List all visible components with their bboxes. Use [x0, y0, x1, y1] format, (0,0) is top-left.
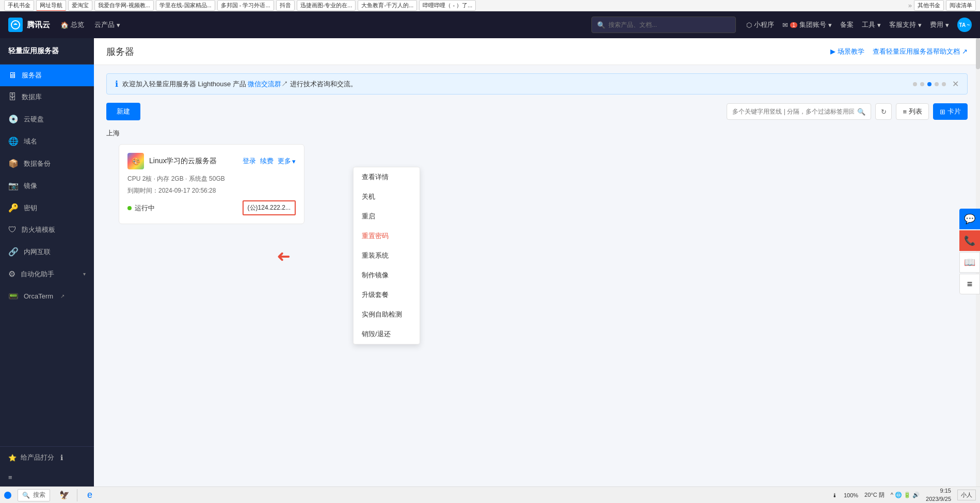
windows-icon[interactable] [4, 492, 11, 499]
search-input[interactable] [608, 21, 730, 28]
dot-3[interactable] [927, 82, 931, 86]
chevron-down-icon: ▾ [945, 21, 949, 29]
refresh-button[interactable]: ↻ [875, 103, 892, 120]
search-icon: 🔍 [857, 108, 865, 116]
dot-4[interactable] [935, 82, 939, 86]
sidebar-item-database[interactable]: 🗄 数据库 [0, 86, 94, 108]
user-avatar[interactable]: TA ~ [957, 18, 972, 32]
mini-program-btn[interactable]: ⬡ 小程序 [746, 20, 774, 29]
taskbar-pinned-apps: 🦅 e [58, 489, 96, 501]
cost-btn[interactable]: 费用 ▾ [930, 20, 949, 29]
sidebar-item-image[interactable]: 📷 镜像 [0, 175, 94, 197]
bookmark-tab[interactable]: 爱淘宝 [68, 0, 92, 11]
sidebar-score[interactable]: ⭐ 给产品打分 ℹ [0, 446, 94, 468]
bookmark-tab[interactable]: 其他书金 [914, 0, 944, 11]
bookmark-tab[interactable]: 阅读清单 [946, 0, 976, 11]
mini-program-icon: ⬡ [746, 21, 752, 29]
database-icon: 🗄 [8, 92, 17, 102]
login-button[interactable]: 登录 [243, 156, 256, 166]
sidebar-item-cloud-disk[interactable]: 💿 云硬盘 [0, 108, 94, 130]
nav-home[interactable]: 🏠 总览 [60, 20, 84, 29]
bookmark-tab[interactable]: 抖音 [276, 0, 295, 11]
sidebar-item-firewall[interactable]: 🛡 防火墙模板 [0, 219, 94, 241]
search-icon: 🔍 [22, 492, 30, 499]
external-link-icon: ↗ [60, 293, 65, 299]
server-search-input[interactable] [732, 108, 854, 115]
sidebar-collapse-btn[interactable]: ≡ [0, 468, 94, 486]
server-ip[interactable]: (公)124.222.2... [243, 200, 296, 215]
archive-btn[interactable]: 备案 [840, 20, 854, 29]
bookmark-tab[interactable]: 我爱自学网-视频教... [94, 0, 154, 11]
sidebar-item-automation[interactable]: ⚙ 自动化助手 ▾ [0, 263, 94, 285]
sidebar-item-server[interactable]: 🖥 服务器 [0, 65, 94, 86]
renew-button[interactable]: 续费 [260, 156, 274, 166]
dot-1[interactable] [913, 82, 917, 86]
server-card-icon: 🎨 [127, 153, 144, 169]
card-icon: ⊞ [940, 108, 945, 116]
bookmark-tab[interactable]: 哔哩哔哩（ - ）了... [419, 0, 476, 11]
tools-btn[interactable]: 工具 ▾ [862, 20, 881, 29]
bookmark-tab[interactable]: 手机书金 [4, 0, 34, 11]
sidebar-item-intranet[interactable]: 🔗 内网互联 [0, 241, 94, 263]
bookmark-tab[interactable]: 迅捷画图-专业的在... [297, 0, 356, 11]
bookmark-tab[interactable]: 多邦国 - 学习外语... [217, 0, 274, 11]
dropdown-view-detail[interactable]: 查看详情 [354, 167, 420, 187]
dropdown-self-check[interactable]: 实例自助检测 [354, 305, 420, 324]
dropdown-reinstall-system[interactable]: 重装系统 [354, 246, 420, 265]
support-btn[interactable]: 客服支持 ▾ [889, 20, 922, 29]
nav-products[interactable]: 云产品 ▾ [94, 20, 120, 29]
main-layout: 轻量应用服务器 🖥 服务器 🗄 数据库 💿 云硬盘 🌐 域名 📦 数据备份 📷 … [0, 38, 980, 486]
wechat-group-link[interactable]: 微信交流群 [248, 80, 281, 88]
dropdown-shutdown[interactable]: 关机 [354, 187, 420, 207]
status-dot [127, 206, 132, 210]
dropdown-upgrade-plan[interactable]: 升级套餐 [354, 285, 420, 305]
dot-5[interactable] [942, 82, 946, 86]
phone-float-btn[interactable]: 📞 [959, 230, 980, 251]
page-title: 服务器 [106, 45, 134, 58]
bookmark-tab[interactable]: 网址导航 [36, 0, 66, 11]
taskbar-app-edge[interactable]: e [84, 489, 96, 501]
top-search-box[interactable]: 🔍 [591, 17, 736, 33]
card-view-button[interactable]: ⊞ 卡片 [933, 103, 968, 120]
mail-btn[interactable]: ✉ 1 集团账号 ▾ [782, 20, 832, 29]
scene-teaching-link[interactable]: ▶ 场景教学 [830, 47, 864, 56]
bookmark-tab[interactable]: 学里在线-国家精品... [156, 0, 215, 11]
top-navigation: 腾讯云 🏠 总览 云产品 ▾ 🔍 ⬡ 小程序 ✉ 1 集团账号 ▾ 备案 工具 … [0, 11, 980, 38]
dropdown-restart[interactable]: 重启 [354, 207, 420, 226]
taskbar-search[interactable]: 🔍 搜索 [18, 489, 50, 501]
server-icon: 🖥 [8, 71, 17, 80]
chevron-down-icon: ▾ [918, 21, 922, 29]
bookmark-tab[interactable]: 大鱼教育-千万人的... [358, 0, 417, 11]
dropdown-reset-password[interactable]: 重置密码 [354, 226, 420, 246]
list-view-button[interactable]: ≡ 列表 [896, 103, 929, 120]
more-dropdown-button[interactable]: 更多 ▾ [278, 156, 296, 166]
sidebar-item-key[interactable]: 🔑 密钥 [0, 197, 94, 219]
dropdown-destroy[interactable]: 销毁/退还 [354, 324, 420, 344]
sidebar-item-domain[interactable]: 🌐 域名 [0, 130, 94, 152]
more-bookmarks[interactable]: » [908, 2, 912, 9]
disk-icon: 💿 [8, 114, 19, 124]
float-buttons: 💬 📞 📖 ≡ [959, 209, 980, 294]
logo[interactable]: 腾讯云 [8, 18, 50, 32]
chat-float-btn[interactable]: 💬 [959, 209, 980, 229]
dot-2[interactable] [920, 82, 924, 86]
automation-icon: ⚙ [8, 269, 15, 279]
help-doc-link[interactable]: 查看轻量应用服务器帮助文档 ↗ [873, 47, 968, 56]
banner-close-btn[interactable]: ✕ [952, 79, 959, 89]
domain-icon: 🌐 [8, 136, 19, 146]
sidebar-item-orcaterm[interactable]: 📟 OrcaTerm ↗ [0, 285, 94, 307]
new-server-button[interactable]: 新建 [106, 103, 140, 120]
dropdown-create-image[interactable]: 制作镜像 [354, 265, 420, 285]
doc-float-btn[interactable]: 📖 [959, 252, 980, 273]
sidebar-item-backup[interactable]: 📦 数据备份 [0, 152, 94, 175]
server-search-box[interactable]: 🔍 [727, 103, 871, 120]
taskbar-app-avatar[interactable]: 🦅 [58, 489, 71, 501]
scrollbar-thumb[interactable] [976, 38, 980, 69]
taskbar-right: 🌡 100% 20°C 阴 ^ 🌐 🔋 🔊 9:15 2023/9/25 小人 [832, 487, 976, 503]
taskbar-notification[interactable]: 小人 [957, 490, 976, 500]
banner-icon: ↗ [281, 80, 288, 88]
menu-float-btn[interactable]: ≡ [959, 274, 980, 294]
network-icon: 🔗 [8, 247, 19, 257]
more-dropdown-menu: 查看详情 关机 重启 重置密码 重装系统 制作镜像 升级套餐 实例自助检测 销毁… [353, 167, 420, 344]
refresh-icon: ↻ [881, 108, 887, 116]
